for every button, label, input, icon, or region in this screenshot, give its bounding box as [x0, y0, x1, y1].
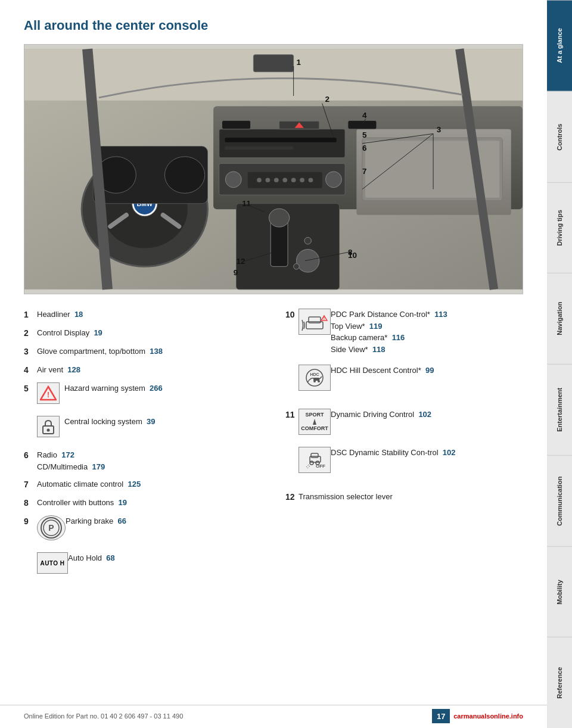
sidebar-item-mobility[interactable]: Mobility: [547, 546, 572, 637]
item-6-cd-link[interactable]: 179: [92, 462, 105, 471]
item-2-number: 2: [24, 327, 37, 340]
sidebar-item-reference[interactable]: Reference: [547, 637, 572, 728]
svg-point-11: [164, 157, 204, 193]
svg-line-87: [307, 466, 310, 468]
item-7-text: Automatic climate control 125: [37, 478, 141, 490]
item-5-lock-text: Central locking system 39: [64, 416, 155, 428]
item-12-number: 12: [285, 491, 299, 503]
item-10-hdc: HDC HDC Hill Descent Control* 99: [299, 365, 447, 391]
item-7-number: 7: [24, 478, 37, 491]
item-9-number: 9: [24, 515, 37, 528]
item-10-pdc-link[interactable]: 113: [434, 310, 447, 319]
item-11-dynamic-text: Dynamic Driving Control 102: [331, 409, 431, 421]
item-10-topview-link[interactable]: 119: [369, 322, 383, 331]
item-6-number: 6: [24, 449, 37, 462]
dsc-off-icon: OFF: [299, 447, 331, 473]
svg-point-24: [291, 178, 296, 182]
item-1-text: Headliner 18: [37, 309, 83, 321]
svg-text:5: 5: [362, 130, 367, 139]
main-content: All around the center console: [0, 0, 547, 598]
svg-text:11: 11: [242, 199, 251, 208]
sidebar-item-controls[interactable]: Controls: [547, 91, 572, 182]
item-5-lock: Central locking system 39: [37, 416, 163, 437]
list-item-2: 2 Control Display 19: [24, 327, 262, 340]
item-1-number: 1: [24, 309, 37, 321]
item-5-hazard-text: Hazard warning system 266: [64, 382, 163, 394]
svg-rect-38: [222, 120, 251, 129]
item-1-link[interactable]: 18: [74, 310, 83, 319]
page-number: 17: [432, 709, 450, 723]
item-9-parking-text: Parking brake 66: [66, 515, 126, 527]
svg-point-79: [318, 380, 320, 382]
item-6-text: Radio 172 CD/Multimedia 179: [37, 449, 105, 472]
item-3-text: Glove compartment, top/bottom 138: [37, 346, 163, 357]
list-item-3: 3 Glove compartment, top/bottom 138: [24, 346, 262, 358]
item-9-parking-link[interactable]: 66: [117, 517, 126, 525]
item-10-hdc-link[interactable]: 99: [425, 366, 434, 375]
svg-point-29: [269, 209, 290, 227]
left-column: 1 Headliner 18 2 Control Display 19 3 Gl…: [24, 309, 262, 586]
item-9-autoh-link[interactable]: 68: [106, 553, 114, 562]
sidebar-item-at-a-glance[interactable]: At a glance: [547, 0, 572, 91]
item-10-backup-link[interactable]: 116: [392, 333, 405, 342]
item-7-link[interactable]: 125: [128, 480, 141, 489]
item-3-link[interactable]: 138: [150, 347, 163, 356]
item-11-number: 11: [285, 409, 299, 421]
item-11-dsc-link[interactable]: 102: [443, 448, 456, 457]
hdc-icon: HDC: [299, 365, 331, 391]
item-11-dsc: OFF DSC Dynamic Stability Con-trol 102: [299, 447, 456, 473]
parking-brake-icon: P: [37, 515, 66, 540]
content-list: 1 Headliner 18 2 Control Display 19 3 Gl…: [24, 309, 523, 586]
item-3-number: 3: [24, 346, 37, 358]
svg-rect-15: [225, 147, 293, 150]
svg-text:HDC: HDC: [310, 372, 319, 377]
item-8-number: 8: [24, 497, 37, 509]
item-12-text: Transmission selector lever: [299, 491, 393, 503]
svg-text:12: 12: [237, 257, 245, 266]
svg-text:7: 7: [362, 167, 366, 176]
svg-point-26: [309, 178, 313, 182]
item-5-hazard: ! Hazard warning system 266: [37, 382, 163, 404]
car-interior-image: BMW: [24, 44, 523, 294]
item-10-number: 10: [285, 309, 299, 321]
item-2-link[interactable]: 19: [94, 328, 102, 337]
auto-hold-icon: AUTO H: [37, 552, 68, 574]
list-item-12: 12 Transmission selector lever: [285, 491, 523, 503]
svg-point-17: [225, 172, 241, 188]
sidebar-item-communication[interactable]: Communication: [547, 455, 572, 546]
pdc-icon: !: [299, 309, 331, 335]
item-6-radio-link[interactable]: 172: [61, 450, 74, 459]
item-10-sideview-link[interactable]: 118: [372, 345, 386, 354]
list-item-11: 11 SPORT COMFORT Dynamic Driving Control: [285, 409, 523, 479]
svg-rect-13: [219, 129, 345, 158]
svg-text:!: !: [324, 316, 325, 321]
svg-rect-37: [253, 55, 293, 72]
list-item-7: 7 Automatic climate control 125: [24, 478, 262, 491]
list-item-5: 5 ! Hazard warning system 266: [24, 382, 262, 443]
item-8-text: Controller with buttons 19: [37, 497, 127, 509]
item-4-number: 4: [24, 364, 37, 377]
sidebar-item-entertainment[interactable]: Entertainment: [547, 364, 572, 455]
footer: Online Edition for Part no. 01 40 2 606 …: [0, 705, 547, 723]
item-8-link[interactable]: 19: [119, 498, 127, 507]
svg-text:P: P: [48, 523, 54, 533]
item-9-autoh-text: Auto Hold 68: [68, 552, 115, 564]
item-5-number: 5: [24, 382, 37, 395]
item-10-hdc-text: HDC Hill Descent Control* 99: [331, 365, 434, 377]
svg-text:9: 9: [234, 268, 238, 277]
hazard-warning-icon: !: [37, 382, 60, 404]
svg-point-21: [266, 178, 271, 182]
svg-text:3: 3: [437, 125, 441, 134]
sidebar-item-driving-tips[interactable]: Driving tips: [547, 182, 572, 273]
item-5-lock-link[interactable]: 39: [147, 417, 155, 426]
item-5-hazard-link[interactable]: 266: [150, 384, 163, 393]
svg-point-18: [325, 172, 341, 188]
sidebar-item-navigation[interactable]: Navigation: [547, 273, 572, 364]
page-title: All around the center console: [24, 18, 523, 33]
item-11-dynamic-link[interactable]: 102: [418, 410, 431, 419]
item-4-link[interactable]: 128: [67, 365, 80, 374]
svg-marker-80: [313, 419, 316, 425]
svg-text:10: 10: [348, 251, 357, 260]
svg-point-83: [310, 461, 313, 465]
svg-text:OFF: OFF: [316, 463, 325, 469]
